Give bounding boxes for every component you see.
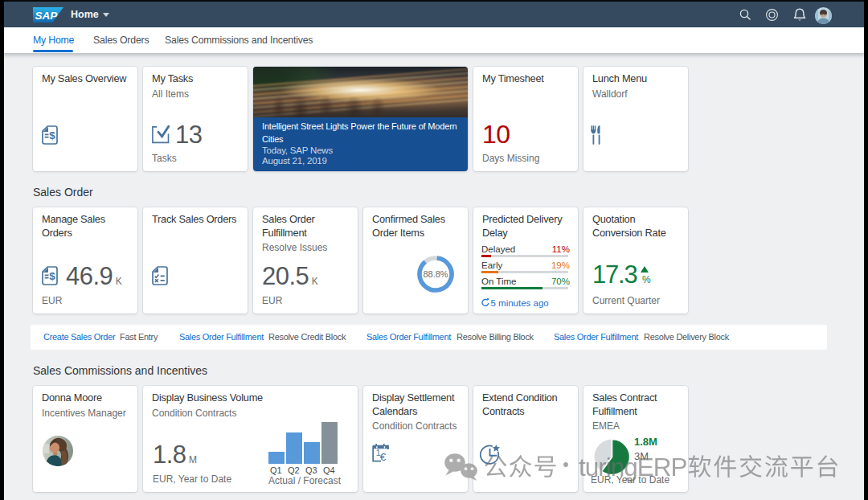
- svg-text:turingERP: turingERP: [579, 453, 687, 482]
